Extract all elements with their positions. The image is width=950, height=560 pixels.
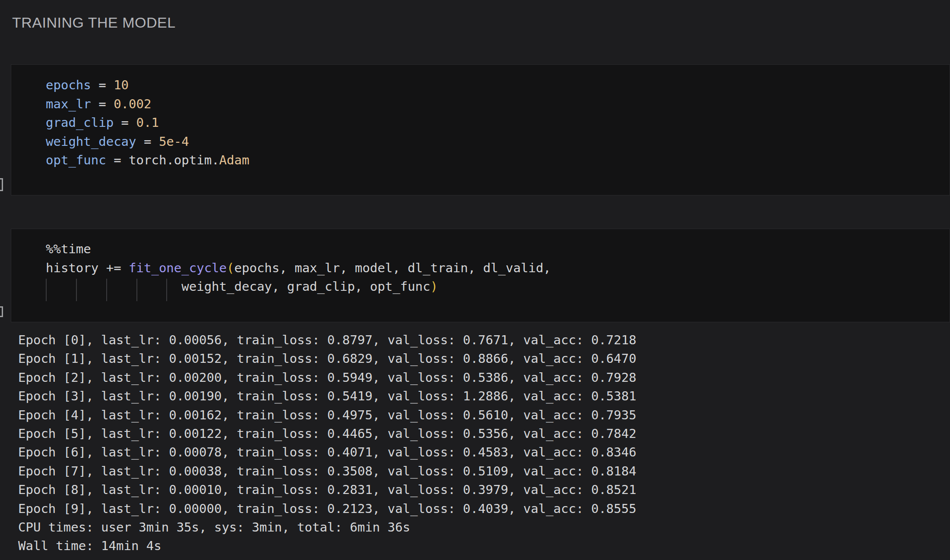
code-token-default: torch.optim. [129, 153, 219, 167]
code-token-number: 5e-4 [159, 134, 189, 149]
code-cell-content: %%timehistory += fit_one_cycle(epochs, m… [46, 240, 950, 296]
indent-guide [166, 279, 167, 301]
code-line: grad_clip = 0.1 [46, 113, 950, 132]
code-token-function: fit_one_cycle [129, 261, 227, 275]
code-token-default [46, 279, 181, 294]
clipped-prompt-box-icon [0, 178, 3, 191]
code-line: %%time [46, 240, 950, 259]
clipped-prompt-box-icon [0, 306, 3, 317]
code-token-number: 0.1 [136, 115, 159, 130]
indent-guide [46, 279, 47, 301]
output-line: Epoch [5], last_lr: 0.00122, train_loss:… [18, 425, 950, 443]
code-cell-fit-one-cycle[interactable]: %%timehistory += fit_one_cycle(epochs, m… [11, 229, 950, 322]
output-line: Epoch [3], last_lr: 0.00190, train_loss:… [18, 387, 950, 406]
output-line: CPU times: user 3min 35s, sys: 3min, tot… [18, 518, 950, 537]
output-line: Epoch [6], last_lr: 0.00078, train_loss:… [18, 443, 950, 462]
indent-guide [136, 279, 137, 301]
output-line: Wall time: 14min 4s [18, 537, 950, 555]
code-token-variable: max_lr [46, 97, 91, 111]
code-token-default: = [91, 78, 114, 92]
code-token-bracket: ) [430, 279, 437, 294]
output-line: Epoch [0], last_lr: 0.00056, train_loss:… [18, 331, 950, 349]
code-token-default: %%time [46, 242, 91, 256]
output-line: Epoch [7], last_lr: 0.00038, train_loss:… [18, 462, 950, 481]
code-line: max_lr = 0.002 [46, 95, 950, 114]
code-token-variable: weight_decay [46, 134, 136, 149]
code-token-variable: grad_clip [46, 115, 114, 130]
code-token-number: 10 [114, 78, 129, 92]
code-token-default: history += [46, 261, 129, 275]
code-token-number: Adam [219, 153, 250, 167]
output-line: Epoch [9], last_lr: 0.00000, train_loss:… [18, 500, 950, 518]
code-token-variable: epochs [46, 78, 91, 92]
code-token-default: = [106, 153, 129, 167]
code-line: history += fit_one_cycle(epochs, max_lr,… [46, 259, 950, 278]
code-cell-content: epochs = 10max_lr = 0.002grad_clip = 0.1… [46, 76, 950, 170]
code-token-variable: opt_func [46, 153, 106, 167]
code-cell-hyperparameters[interactable]: epochs = 10max_lr = 0.002grad_clip = 0.1… [11, 64, 950, 195]
notebook-page: TRAINING THE MODEL epochs = 10max_lr = 0… [0, 0, 950, 560]
code-token-bracket: ( [227, 261, 234, 275]
code-token-default: weight_decay, grad_clip, opt_func [181, 279, 430, 294]
code-token-default: = [114, 115, 136, 130]
output-line: Epoch [8], last_lr: 0.00010, train_loss:… [18, 481, 950, 499]
indent-guide [106, 279, 107, 301]
section-title: TRAINING THE MODEL [12, 15, 176, 31]
code-line: weight_decay = 5e-4 [46, 132, 950, 151]
output-line: Epoch [2], last_lr: 0.00200, train_loss:… [18, 368, 950, 387]
output-line: Epoch [1], last_lr: 0.00152, train_loss:… [18, 349, 950, 368]
code-token-number: 0.002 [114, 97, 151, 111]
code-token-default: = [136, 134, 159, 149]
indent-guide [76, 279, 77, 301]
code-token-default: epochs, max_lr, model, dl_train, dl_vali… [234, 261, 551, 275]
code-line: opt_func = torch.optim.Adam [46, 151, 950, 170]
code-line: epochs = 10 [46, 76, 950, 95]
training-output-log: Epoch [0], last_lr: 0.00056, train_loss:… [18, 331, 950, 556]
output-line: Epoch [4], last_lr: 0.00162, train_loss:… [18, 406, 950, 425]
code-token-default: = [91, 97, 114, 111]
code-line: weight_decay, grad_clip, opt_func) [46, 277, 950, 296]
